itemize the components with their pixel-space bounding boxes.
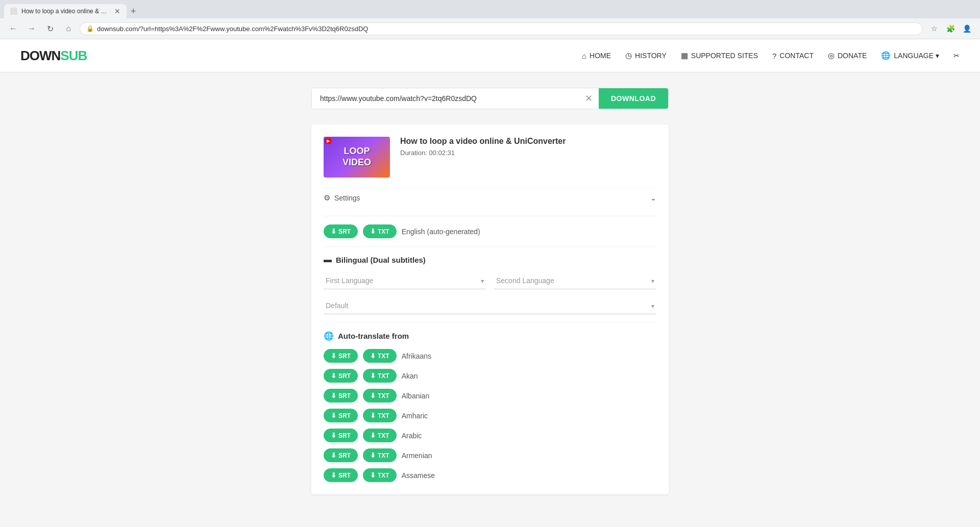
lang-srt-button-2[interactable]: ⬇ SRT (324, 389, 358, 403)
txt-label-3: TXT (378, 412, 389, 419)
translate-icon: 🌐 (324, 331, 334, 341)
lang-txt-button-0[interactable]: ⬇ TXT (363, 349, 397, 363)
profile-icon[interactable]: 👤 (960, 21, 974, 36)
bilingual-dropdowns: First Language ▾ Second Language ▾ (324, 272, 656, 289)
yt-badge: ▶ (325, 138, 331, 144)
srt-label-2: SRT (338, 392, 351, 399)
video-title: How to loop a video online & UniConverte… (400, 137, 566, 146)
lang-txt-button-4[interactable]: ⬇ TXT (363, 429, 397, 442)
tab-title: How to loop a video online & U... (21, 8, 110, 15)
lang-row: ⬇ SRT ⬇ TXT Albanian (324, 389, 656, 403)
lang-txt-button-1[interactable]: ⬇ TXT (363, 369, 397, 383)
bookmark-icon[interactable]: ☆ (927, 21, 941, 36)
search-input[interactable] (312, 88, 579, 109)
nav-home-label: HOME (590, 52, 611, 60)
auto-translate-section: 🌐 Auto-translate from ⬇ SRT ⬇ TXT Afrika… (324, 331, 656, 482)
english-subtitle-row: ⬇ SRT ⬇ TXT English (auto-generated) (324, 224, 656, 238)
tab-close-button[interactable]: ✕ (114, 7, 120, 15)
srt-label-5: SRT (338, 452, 351, 459)
search-bar: ✕ DOWNLOAD (311, 88, 669, 109)
download-txt-icon-0: ⬇ (370, 352, 376, 360)
lang-srt-button-6[interactable]: ⬇ SRT (324, 468, 358, 482)
tab-bar: How to loop a video online & U... ✕ + (0, 0, 980, 18)
txt-label-5: TXT (378, 452, 389, 459)
main-nav: ⌂ HOME ◷ HISTORY ▦ SUPPORTED SITES ? CON… (582, 51, 960, 60)
download-srt-icon-6: ⬇ (331, 471, 336, 479)
bilingual-heading-label: Bilingual (Dual subtitles) (336, 256, 426, 264)
download-button[interactable]: DOWNLOAD (599, 88, 668, 109)
bilingual-heading: ▬ Bilingual (Dual subtitles) (324, 255, 656, 264)
lang-txt-button-5[interactable]: ⬇ TXT (363, 448, 397, 462)
english-txt-button[interactable]: ⬇ TXT (363, 224, 397, 238)
forward-button[interactable]: → (24, 21, 39, 36)
lang-txt-button-3[interactable]: ⬇ TXT (363, 409, 397, 422)
lang-srt-button-5[interactable]: ⬇ SRT (324, 448, 358, 462)
lang-name-2: Albanian (402, 392, 430, 400)
new-tab-button[interactable]: + (127, 6, 140, 17)
nav-donate-label: DONATE (838, 52, 867, 60)
srt-label-0: SRT (338, 353, 351, 360)
txt-label-4: TXT (378, 432, 389, 439)
default-dropdown: Default ▾ (324, 297, 656, 314)
txt-label-6: TXT (378, 472, 389, 479)
lang-row: ⬇ SRT ⬇ TXT Afrikaans (324, 349, 656, 363)
lang-name-5: Armenian (402, 451, 432, 460)
auto-translate-heading-label: Auto-translate from (338, 332, 409, 340)
search-clear-button[interactable]: ✕ (579, 89, 599, 108)
address-bar: ← → ↻ ⌂ 🔒 ☆ 🧩 👤 (0, 18, 980, 39)
download-icon-txt: ⬇ (370, 228, 376, 235)
history-icon: ◷ (625, 51, 632, 60)
video-meta: How to loop a video online & UniConverte… (400, 137, 566, 157)
back-button[interactable]: ← (6, 21, 20, 36)
divider-3 (324, 322, 656, 323)
nav-home[interactable]: ⌂ HOME (582, 52, 611, 60)
download-srt-icon-5: ⬇ (331, 451, 336, 459)
srt-label-1: SRT (338, 372, 351, 380)
english-srt-button[interactable]: ⬇ SRT (324, 224, 358, 238)
lang-srt-button-0[interactable]: ⬇ SRT (324, 349, 358, 363)
lang-name-0: Afrikaans (402, 352, 431, 360)
divider-1 (324, 216, 656, 216)
first-language-dropdown: First Language ▾ (324, 272, 486, 289)
logo: DOWNSUB (20, 48, 87, 64)
srt-label-3: SRT (338, 412, 351, 419)
nav-supported-sites[interactable]: ▦ SUPPORTED SITES (681, 51, 758, 60)
thumb-text: LOOP VIDEO (342, 146, 371, 168)
default-select[interactable]: Default (324, 297, 656, 314)
result-card: ▶ LOOP VIDEO How to loop a video online … (311, 124, 669, 494)
language-list: ⬇ SRT ⬇ TXT Afrikaans ⬇ SRT ⬇ TXT Akan ⬇… (324, 349, 656, 482)
refresh-button[interactable]: ↻ (43, 21, 57, 36)
lang-srt-button-3[interactable]: ⬇ SRT (324, 409, 358, 422)
lang-srt-button-1[interactable]: ⬇ SRT (324, 369, 358, 383)
auto-translate-heading: 🌐 Auto-translate from (324, 331, 656, 341)
extensions-icon[interactable]: 🧩 (943, 21, 958, 36)
settings-chevron-icon: ⌄ (650, 194, 656, 202)
first-language-select[interactable]: First Language (324, 272, 486, 289)
txt-label-0: TXT (378, 353, 389, 360)
divider-2 (324, 246, 656, 247)
lang-name-6: Assamese (402, 471, 435, 480)
settings-gear-icon: ⚙ (324, 193, 330, 203)
lang-row: ⬇ SRT ⬇ TXT Armenian (324, 448, 656, 462)
second-language-select[interactable]: Second Language (494, 272, 656, 289)
home-button[interactable]: ⌂ (61, 21, 76, 36)
active-tab[interactable]: How to loop a video online & U... ✕ (4, 4, 127, 18)
txt-label: TXT (378, 228, 389, 235)
nav-extra[interactable]: ✂ (953, 52, 960, 60)
address-input[interactable] (97, 25, 916, 33)
second-language-dropdown: Second Language ▾ (494, 272, 656, 289)
bilingual-icon: ▬ (324, 255, 332, 264)
lang-srt-button-4[interactable]: ⬇ SRT (324, 429, 358, 442)
lang-txt-button-2[interactable]: ⬇ TXT (363, 389, 397, 403)
lang-txt-button-6[interactable]: ⬇ TXT (363, 468, 397, 482)
lang-row: ⬇ SRT ⬇ TXT Assamese (324, 468, 656, 482)
nav-contact[interactable]: ? CONTACT (772, 52, 814, 60)
txt-label-2: TXT (378, 392, 389, 399)
nav-donate[interactable]: ◎ DONATE (828, 51, 867, 60)
lang-row: ⬇ SRT ⬇ TXT Arabic (324, 429, 656, 442)
settings-row[interactable]: ⚙ Settings ⌄ (324, 188, 656, 208)
lang-row: ⬇ SRT ⬇ TXT Amharic (324, 409, 656, 422)
download-srt-icon-3: ⬇ (331, 412, 336, 419)
nav-language[interactable]: 🌐 LANGUAGE ▾ (881, 51, 939, 60)
nav-history[interactable]: ◷ HISTORY (625, 51, 667, 60)
